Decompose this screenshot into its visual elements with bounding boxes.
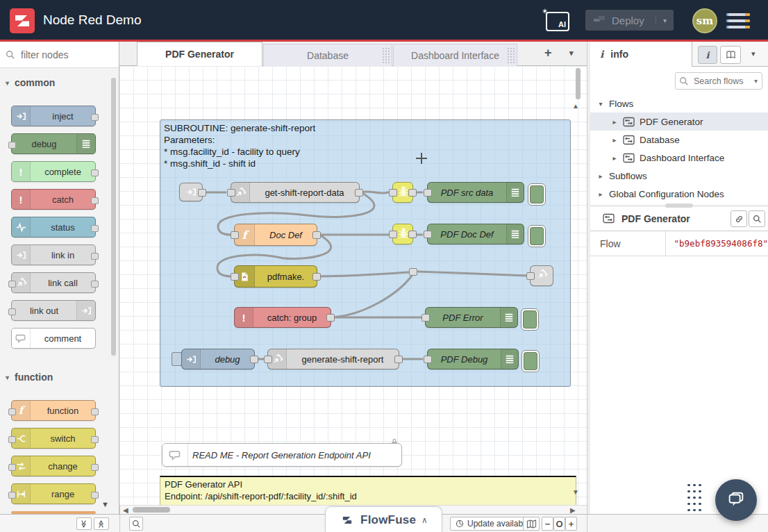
output-port[interactable] <box>394 356 403 363</box>
debug-toggle-button[interactable] <box>528 225 546 247</box>
inject-run-button[interactable] <box>172 352 182 366</box>
output-port[interactable] <box>91 197 99 204</box>
tree-subflows[interactable]: ▸ Subflows <box>590 167 768 185</box>
widget-drag-handle[interactable] <box>686 482 701 513</box>
scroll-left-icon[interactable]: ◀ <box>123 506 128 514</box>
flow-node-pdf-debug[interactable]: PDF Debug <box>427 349 519 369</box>
input-port[interactable] <box>8 492 16 499</box>
user-avatar[interactable]: sm <box>692 8 717 33</box>
deploy-button[interactable]: Deploy ▾ <box>585 10 674 31</box>
chat-widget-button[interactable] <box>715 479 757 521</box>
scroll-up-icon[interactable]: ▲ <box>572 102 579 110</box>
debug-toggle-button[interactable] <box>528 183 546 206</box>
palette-node-status[interactable]: status <box>11 217 96 238</box>
input-port[interactable] <box>526 272 535 280</box>
sidebar-search-input[interactable] <box>692 76 749 87</box>
output-port[interactable] <box>250 356 258 363</box>
add-flow-button[interactable]: + <box>544 46 552 60</box>
input-port[interactable] <box>264 356 272 363</box>
input-port[interactable] <box>8 408 16 415</box>
tree-item-pdf-generator[interactable]: ▸ PDF Generator <box>590 113 768 131</box>
output-port[interactable] <box>91 281 99 288</box>
output-port[interactable] <box>408 231 417 238</box>
flow-node-link-in[interactable] <box>179 183 203 201</box>
output-port[interactable] <box>312 273 321 281</box>
input-port[interactable] <box>8 436 16 443</box>
canvas-search-button[interactable] <box>129 517 143 531</box>
flow-node-pdfmake[interactable]: pdfmake. <box>234 265 317 288</box>
palette-filter-input[interactable] <box>19 49 106 61</box>
help-book-button[interactable] <box>720 46 741 64</box>
tab-database[interactable]: Database <box>263 44 392 66</box>
palette-node-change[interactable]: change <box>11 456 96 476</box>
canvas-hscroll-thumb[interactable] <box>133 507 170 513</box>
input-port[interactable] <box>8 464 16 471</box>
output-port[interactable] <box>198 189 206 197</box>
palette-node-catch[interactable]: ! catch <box>11 189 96 210</box>
output-port[interactable] <box>91 169 99 176</box>
output-port[interactable] <box>408 189 417 197</box>
output-port[interactable] <box>312 231 321 239</box>
palette-node-link-out[interactable]: link out <box>11 300 96 321</box>
output-port[interactable] <box>91 436 99 443</box>
sidebar-menu-caret-icon[interactable]: ▾ <box>751 49 756 58</box>
input-port[interactable] <box>424 231 432 238</box>
flow-canvas[interactable]: SUBROUTINE: generate-shift-reportParamet… <box>119 66 587 505</box>
output-port[interactable] <box>91 114 99 121</box>
input-port[interactable] <box>389 231 397 238</box>
flowfuse-button[interactable]: FlowFuse ∧ <box>325 506 442 532</box>
output-port[interactable] <box>91 253 99 260</box>
deploy-caret-icon[interactable]: ▾ <box>656 17 674 24</box>
tree-flows-root[interactable]: ▾ Flows <box>590 94 768 113</box>
flow-node-inject-debug[interactable]: debug <box>181 349 255 369</box>
canvas-vscroll-thumb[interactable] <box>576 68 581 99</box>
palette-section-function[interactable]: ▾ function <box>6 369 110 385</box>
info-panel-button[interactable]: i <box>698 46 717 64</box>
palette-scrollbar-thumb[interactable] <box>111 78 116 356</box>
palette-node-link-call[interactable]: link call <box>11 272 96 293</box>
minimap-button[interactable] <box>523 517 540 531</box>
search-caret-icon[interactable]: ▾ <box>754 77 762 85</box>
input-port[interactable] <box>389 189 397 197</box>
copy-link-button[interactable] <box>731 210 747 227</box>
flow-node-get-shift-report-data[interactable]: get-shift-report-data <box>231 182 360 203</box>
flow-node-link-out[interactable] <box>530 265 553 286</box>
flow-node-pdf-src-data[interactable]: PDF src data <box>427 182 524 203</box>
tree-item-dashboard-interface[interactable]: ▸ Dashboard Interface <box>590 149 768 167</box>
scroll-down-icon[interactable]: ▼ <box>572 488 579 496</box>
flow-node-doc-def[interactable]: f Doc Def <box>234 224 317 246</box>
input-port[interactable] <box>231 273 239 281</box>
debug-toggle-button[interactable] <box>521 308 539 331</box>
palette-expand-all-button[interactable]: ≫ <box>94 517 109 530</box>
palette-node-complete[interactable]: ! complete <box>11 161 96 182</box>
ai-assistant-button[interactable]: AI <box>546 12 569 31</box>
output-port[interactable] <box>91 464 99 471</box>
zoom-in-button[interactable]: + <box>565 517 577 531</box>
output-port[interactable] <box>355 189 363 197</box>
search-flow-button[interactable] <box>749 210 765 227</box>
main-menu-button[interactable] <box>726 12 750 30</box>
tab-list-caret-icon[interactable]: ▾ <box>569 49 574 58</box>
flow-node-bug-1[interactable] <box>392 182 413 203</box>
debug-toggle-button[interactable] <box>521 350 540 372</box>
zoom-reset-button[interactable]: O <box>553 517 565 531</box>
palette-node-link-in[interactable]: link in <box>11 244 96 265</box>
wire-junction[interactable] <box>409 268 417 276</box>
palette-node-inject[interactable]: inject <box>11 106 96 126</box>
flow-node-catch-group[interactable]: ! catch: group <box>234 307 331 328</box>
input-port[interactable] <box>227 189 235 197</box>
output-port[interactable] <box>91 225 99 232</box>
input-port[interactable] <box>8 142 16 149</box>
palette-node-range[interactable]: range <box>11 483 96 504</box>
flow-node-generate-shift-report[interactable]: generate-shift-report <box>267 349 399 369</box>
palette-node-function[interactable]: f function <box>11 400 96 421</box>
scroll-right-icon[interactable]: ▶ <box>570 506 576 514</box>
sidebar-tab-info[interactable]: i info <box>590 42 692 67</box>
input-port[interactable] <box>421 314 430 322</box>
output-port[interactable] <box>91 492 99 499</box>
palette-node-debug[interactable]: debug <box>11 133 96 154</box>
output-port[interactable] <box>91 408 99 415</box>
palette-filter[interactable] <box>0 42 119 68</box>
zoom-out-button[interactable]: − <box>542 517 553 531</box>
tree-global-config[interactable]: ▸ Global Configuration Nodes <box>590 185 768 203</box>
